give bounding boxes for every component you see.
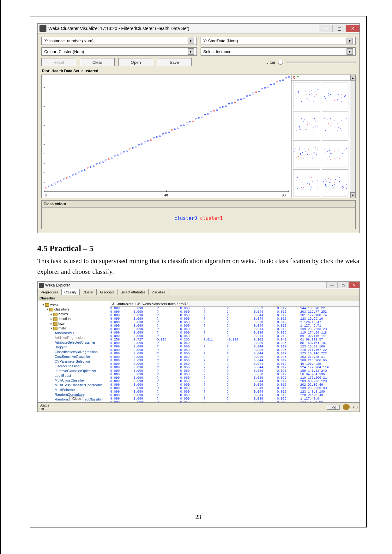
svg-point-75 (325, 98, 325, 99)
tab-visualize[interactable]: Visualize (148, 289, 169, 295)
window-minimize-button[interactable]: — (319, 25, 332, 32)
attribute-minimap[interactable] (293, 169, 320, 196)
scatter-point: x (108, 157, 110, 160)
attribute-minimap[interactable] (322, 169, 349, 196)
select-instance-combo[interactable]: Select Instance ▼ (201, 47, 356, 56)
result-scroll[interactable]: 0.0900.090?0.060??0.0520.019144.136.90.2… (110, 307, 359, 402)
reset-button[interactable]: Reset (41, 58, 76, 66)
svg-point-64 (330, 89, 330, 90)
result-cell: 0.090 (110, 345, 134, 348)
scatter-point: x (204, 113, 206, 117)
tree-leaf[interactable]: CVParameterSelection (55, 359, 109, 364)
window-maximize-button[interactable]: ▢ (337, 282, 348, 288)
tree-leaf[interactable]: MultiScheme (55, 388, 109, 392)
result-row: 0.0900.090?0.060??0.0440.0121.127.49.71 (110, 324, 359, 328)
window-minimize-button[interactable]: — (326, 282, 337, 288)
scatter-point: x (246, 94, 248, 98)
svg-point-275 (301, 187, 302, 188)
tree-folder[interactable]: lazy (51, 321, 109, 326)
tree-leaf[interactable]: Bagging (55, 345, 109, 350)
attribute-minimap[interactable] (293, 140, 320, 167)
tab-cluster[interactable]: Cluster (79, 289, 97, 295)
attribute-minimap[interactable] (322, 111, 349, 138)
tree-leaf[interactable]: AdaBoostM1 (55, 331, 109, 335)
scatter-plot[interactable]: 0 40 80 (42, 75, 291, 198)
svg-point-117 (310, 131, 311, 131)
window-maximize-button[interactable]: ▢ (332, 25, 346, 32)
open-button[interactable]: Open (118, 58, 153, 66)
result-cell: 0.060 (180, 328, 203, 331)
y-axis-combo[interactable]: Y: StartDate (Nom) ▼ (201, 37, 356, 45)
svg-point-244 (337, 149, 337, 150)
tree-folder[interactable]: classifiersbayesfunctionslazymetaAdaBoos… (46, 307, 109, 402)
attribute-minimap[interactable] (322, 82, 349, 109)
scroll-up-icon[interactable]: ▲ (350, 75, 355, 81)
save-button[interactable]: Save (157, 58, 192, 66)
result-cell: ? (203, 394, 227, 397)
svg-point-247 (330, 151, 330, 151)
tree-close-button[interactable]: Close (69, 396, 84, 401)
tab-select-attributes[interactable]: Select attributes (118, 289, 149, 295)
tab-associate[interactable]: Associate (96, 289, 118, 295)
result-cell: 0.090 (134, 387, 157, 390)
tree-leaf[interactable]: IterativeClassifierOptimizer (55, 369, 109, 373)
tree-leaf[interactable]: AttributeSelectedClassifier (55, 340, 109, 345)
log-button[interactable]: Log (327, 405, 340, 410)
svg-point-51 (295, 94, 296, 94)
colour-combo[interactable]: Colour: Cluster (Nom) ▼ (41, 47, 197, 56)
tree-leaf[interactable]: MultiClassClassifierUpdateable (55, 383, 109, 388)
attribute-minimap[interactable] (322, 140, 349, 167)
svg-point-334 (330, 189, 330, 190)
scroll-down-icon[interactable]: ▼ (350, 192, 355, 198)
svg-point-290 (305, 186, 306, 187)
explorer-titlebar: Weka Explorer — ▢ ✕ (38, 282, 359, 289)
result-cell: ? (203, 359, 227, 362)
result-cell: 0.060 (180, 317, 203, 321)
result-cell: 139.230.253.93 (300, 387, 359, 390)
x-axis-combo[interactable]: X: Instance_number (Num) ▼ (41, 37, 197, 45)
result-row: 0.0900.090?0.060??0.0500.012202.92.36.49 (110, 383, 359, 387)
svg-point-273 (311, 177, 312, 178)
tree-folder[interactable]: bayes (51, 312, 109, 316)
tree-leaf[interactable]: MultiClassClassifier (55, 378, 109, 383)
svg-point-129 (310, 123, 310, 123)
tree-leaf[interactable]: LogitBoost (55, 373, 109, 378)
result-cell: 0.090 (110, 394, 134, 397)
result-cell: 1.127.48.9 (300, 397, 359, 400)
folder-icon (53, 313, 57, 316)
tree-leaf[interactable]: CostSensitiveClassifier (55, 354, 109, 359)
tree-leaf[interactable]: RandomSubSpace (55, 402, 109, 402)
tree-leaf[interactable]: ClassificationViaRegression (55, 350, 109, 354)
svg-point-154 (333, 131, 333, 131)
minimap-scrollbar[interactable]: ▲ ▼ (350, 75, 355, 198)
svg-point-195 (298, 154, 298, 154)
explorer-tabs: PreprocessClassifyClusterAssociateSelect… (38, 289, 359, 295)
svg-point-215 (317, 155, 317, 156)
result-cell: 0.259 (110, 338, 134, 341)
attribute-minimap-panel: X Y (291, 75, 350, 198)
tab-classify[interactable]: Classify (61, 289, 80, 295)
result-row: 0.0900.090?0.060??0.0440.012139.230.253.… (110, 328, 359, 331)
clear-button[interactable]: Clear (80, 58, 115, 66)
window-close-button[interactable]: ✕ (348, 282, 359, 288)
tree-leaf[interactable]: AdditiveRegression (55, 335, 109, 340)
scatter-point: x (174, 127, 176, 130)
jitter-knob-icon[interactable] (278, 60, 283, 65)
svg-point-128 (315, 121, 316, 122)
classifier-tree-pane[interactable]: wekaclassifiersbayesfunctionslazymetaAda… (38, 301, 110, 402)
svg-point-96 (316, 121, 317, 121)
attribute-minimap[interactable] (293, 111, 320, 138)
result-cell: ? (227, 345, 254, 348)
result-cell: 0.060 (180, 369, 203, 373)
tree-folder[interactable]: metaAdaBoostM1AdditiveRegressionAttribut… (51, 326, 109, 402)
tab-preprocess[interactable]: Preprocess (38, 289, 62, 295)
tree-leaf[interactable]: FilteredClassifier (55, 364, 109, 369)
attribute-minimap[interactable] (293, 82, 320, 109)
window-close-button[interactable]: ✕ (346, 25, 359, 32)
svg-point-79 (344, 93, 344, 93)
tree-folder[interactable]: wekaclassifiersbayesfunctionslazymetaAda… (42, 302, 109, 402)
tree-folder[interactable]: functions (51, 316, 109, 321)
jitter-track[interactable] (286, 62, 356, 63)
jitter-control[interactable]: Jitter (267, 60, 356, 65)
result-row: 0.0900.090?0.060??0.0440.012203.63.236.1… (110, 380, 359, 383)
